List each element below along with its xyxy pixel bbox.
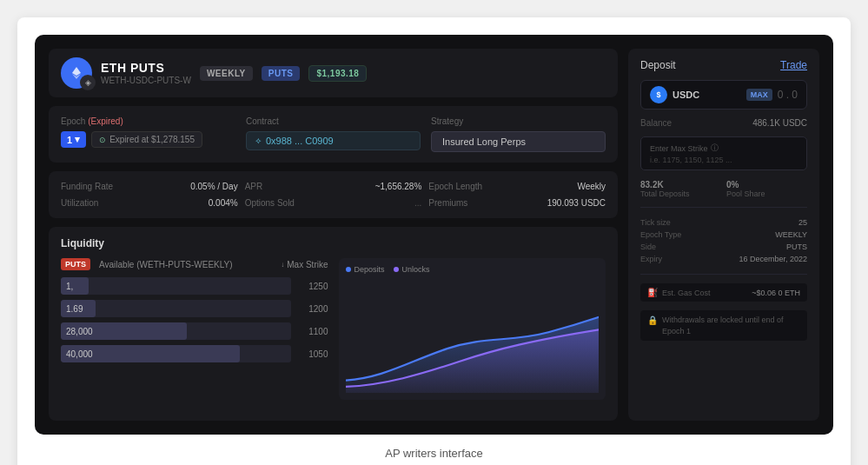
meta-info: Tick size 25 Epoch Type WEEKLY Side PUTS…	[640, 216, 807, 265]
side-value: PUTS	[786, 242, 807, 251]
price-badge: $1,193.18	[308, 65, 367, 82]
liq-bar-wrapper: 40,000	[61, 345, 291, 362]
right-panel: Deposit Trade $ USDC MAX 0 . 0 Balance 4…	[628, 49, 819, 421]
liq-bar-wrapper: 1,	[61, 277, 291, 295]
funding-rate-label: Funding Rate	[61, 182, 113, 191]
divider	[640, 207, 807, 208]
apr-value: ~1,656.28%	[375, 182, 422, 191]
max-strike-input[interactable]: Enter Max Strike ⓘ i.e. 1175, 1150, 1125…	[640, 136, 807, 170]
liq-bar-wrapper: 1.69	[61, 300, 291, 317]
liq-bar-row: 40,000 1050	[61, 345, 328, 362]
balance-row: Balance 486.1K USDC	[640, 118, 807, 128]
liquidity-chart: Deposits Unlocks	[339, 258, 606, 400]
usdc-input-row[interactable]: $ USDC MAX 0 . 0	[640, 80, 807, 110]
apr-row: APR ~1,656.28%	[245, 178, 422, 195]
panel-header: Deposit Trade	[640, 59, 807, 71]
utilization-row: Utilization 0.004%	[61, 195, 238, 211]
header-title: ETH PUTS	[101, 61, 191, 75]
pool-share-cell: 0% Pool Share	[726, 179, 807, 198]
stats-col-3: Epoch Length Weekly Premiums 190.093 USD…	[428, 178, 606, 211]
expiry-row: Expiry 16 December, 2022	[640, 253, 807, 265]
balance-value: 486.1K USDC	[752, 118, 807, 128]
chart-legend: Deposits Unlocks	[346, 265, 600, 274]
side-label: Side	[640, 242, 656, 251]
stats-col-2: APR ~1,656.28% Options Sold ...	[245, 178, 422, 211]
options-sold-value: ...	[414, 198, 421, 208]
epoch-label: Epoch (Expired)	[61, 116, 235, 126]
expiry-value: 16 December, 2022	[739, 255, 807, 263]
liq-bar-amount: 40,000	[66, 349, 93, 359]
strategy-label: Strategy	[431, 116, 606, 126]
usdc-label: USDC	[673, 90, 741, 100]
gas-value: ~$0.06 0 ETH	[752, 289, 800, 297]
liq-strike: 1050	[298, 349, 328, 359]
liq-bar-bg	[61, 345, 291, 362]
header: ◈ ETH PUTS WETH-USDC-PUTS-W WEEKLY PUTS …	[49, 49, 618, 97]
epoch-selector[interactable]: 1 ▾	[61, 131, 86, 148]
premiums-label: Premiums	[428, 198, 467, 208]
expired-badge: (Expired)	[88, 116, 123, 126]
utilization-label: Utilization	[61, 198, 98, 208]
unlocks-dot	[394, 267, 399, 272]
liq-bar-bg	[61, 277, 291, 295]
deposit-stats-grid: 83.2K Total Deposits 0% Pool Share	[640, 179, 807, 198]
apr-label: APR	[245, 182, 263, 191]
chart-svg	[346, 279, 600, 393]
liq-strike: 1250	[298, 282, 328, 291]
caption: AP writers interface	[35, 447, 833, 460]
legend-deposits: Deposits	[346, 265, 385, 274]
epoch-length-row: Epoch Length Weekly	[428, 178, 606, 195]
strategy-chip: Insured Long Perps	[431, 131, 606, 152]
liq-bar-wrapper: 28,000	[61, 322, 291, 340]
side-row: Side PUTS	[640, 241, 807, 253]
liq-bar-row: 1.69 1200	[61, 300, 328, 317]
expired-chip: ⊙ Expired at $1,278.155	[91, 131, 202, 148]
contract-chip[interactable]: ⟡ 0x988 ... C0909	[246, 131, 421, 150]
epoch-type-value: WEEKLY	[775, 230, 807, 239]
app-container: ◈ ETH PUTS WETH-USDC-PUTS-W WEEKLY PUTS …	[35, 35, 833, 435]
total-deposits-label: Total Deposits	[640, 189, 721, 198]
liq-bar-bg	[61, 322, 291, 340]
page-wrapper: ◈ ETH PUTS WETH-USDC-PUTS-W WEEKLY PUTS …	[17, 17, 851, 465]
contract-block: Contract ⟡ 0x988 ... C0909	[246, 116, 421, 152]
liquidity-bars: PUTS Available (WETH-PUTS-WEEKLY) ↓ Max …	[61, 258, 328, 400]
deposit-input-value[interactable]: 0 . 0	[778, 89, 798, 101]
panel-title: Deposit	[640, 59, 676, 71]
liquidity-section: Liquidity PUTS Available (WETH-PUTS-WEEK…	[49, 227, 618, 421]
liq-header: PUTS Available (WETH-PUTS-WEEKLY) ↓ Max …	[61, 258, 328, 270]
weekly-badge: WEEKLY	[200, 66, 253, 81]
trade-link[interactable]: Trade	[780, 59, 807, 71]
liquidity-bar-rows: 1, 1250 1.69 1200 28,000 1100 40,000 105…	[61, 277, 328, 362]
utilization-value: 0.004%	[209, 198, 238, 208]
pool-share-value: 0%	[726, 180, 807, 189]
epoch-type-label: Epoch Type	[640, 230, 681, 239]
max-button[interactable]: MAX	[746, 89, 772, 101]
lock-text: Withdrawals are locked until end of Epoc…	[662, 315, 800, 336]
max-strike-placeholder: i.e. 1175, 1150, 1125 ...	[650, 156, 798, 164]
balance-label: Balance	[640, 118, 672, 128]
options-sold-row: Options Sold ...	[245, 195, 422, 211]
deposits-dot	[346, 267, 351, 272]
pool-share-label: Pool Share	[726, 189, 807, 198]
liq-bar-amount: 1.69	[66, 304, 83, 314]
info-icon: ⓘ	[711, 143, 719, 154]
header-subtitle: WETH-USDC-PUTS-W	[101, 76, 191, 85]
contract-label: Contract	[246, 116, 421, 126]
stats-section: Funding Rate 0.05% / Day Utilization 0.0…	[49, 171, 618, 218]
epoch-block: Epoch (Expired) 1 ▾ ⊙ Expired at $1,278.…	[61, 116, 235, 152]
tick-size-row: Tick size 25	[640, 216, 807, 229]
strategy-block: Strategy Insured Long Perps	[431, 116, 606, 152]
eth-sub-icon: ◈	[80, 75, 96, 90]
liq-strike: 1200	[298, 304, 328, 314]
total-deposits-value: 83.2K	[640, 180, 721, 189]
gas-label: Est. Gas Cost	[662, 289, 747, 297]
liq-bar-bg	[61, 300, 291, 317]
puts-label: PUTS	[61, 258, 90, 270]
main-panel: ◈ ETH PUTS WETH-USDC-PUTS-W WEEKLY PUTS …	[49, 49, 618, 421]
epoch-type-row: Epoch Type WEEKLY	[640, 229, 807, 241]
divider-2	[640, 274, 807, 275]
tick-size-label: Tick size	[640, 218, 671, 227]
liq-bar-row: 1, 1250	[61, 277, 328, 295]
epoch-length-value: Weekly	[577, 182, 606, 191]
max-strike-label: Enter Max Strike ⓘ	[650, 143, 798, 154]
